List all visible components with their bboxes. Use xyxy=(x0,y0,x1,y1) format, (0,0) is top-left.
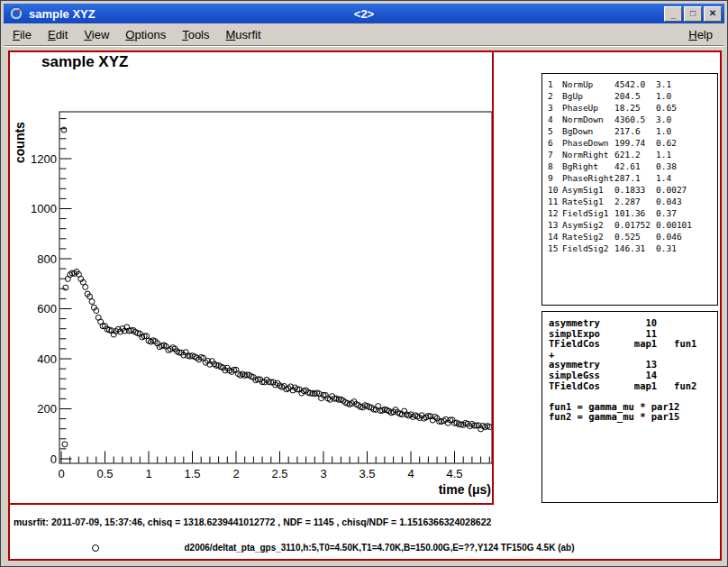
theory-box: asymmetry 10 simplExpo 11 TFieldCos map1… xyxy=(541,311,718,503)
svg-text:0: 0 xyxy=(58,467,64,480)
svg-text:3: 3 xyxy=(320,467,326,480)
pad-highlight-border-right xyxy=(492,52,494,505)
menubar-separator xyxy=(5,45,723,47)
parameter-row: 3PhaseUp18.250.65 xyxy=(548,102,717,114)
parameter-list: 1NormUp4542.03.12BgUp204.51.03PhaseUp18.… xyxy=(541,73,718,306)
svg-text:1000: 1000 xyxy=(31,202,57,215)
window-title: sample XYZ xyxy=(29,7,96,21)
theory-text: asymmetry 10 simplExpo 11 TFieldCos map1… xyxy=(542,312,717,423)
parameter-row: 15FieldSig2146.310.31 xyxy=(548,242,717,254)
parameter-row: 5BgDown217.61.0 xyxy=(548,125,717,137)
menu-item-file[interactable]: File xyxy=(5,25,40,44)
plot-frame xyxy=(59,112,492,463)
parameter-row: 10AsymSig10.18330.0027 xyxy=(548,184,717,196)
svg-text:4: 4 xyxy=(407,467,414,480)
svg-text:2.5: 2.5 xyxy=(271,467,287,480)
axis-labels: 00.511.522.533.544.502004006008001000120… xyxy=(13,122,491,497)
titlebar[interactable]: sample XYZ <2> _ □ ✕ xyxy=(4,4,724,23)
window-center-title: <2> xyxy=(354,7,374,21)
svg-text:0.5: 0.5 xyxy=(96,467,113,480)
parameter-row: 13AsymSig20.017520.00101 xyxy=(548,219,717,231)
fit-status-text: musrfit: 2011-07-09, 15:37:46, chisq = 1… xyxy=(14,517,491,527)
pad-highlight-border-bottom xyxy=(10,503,494,505)
svg-text:200: 200 xyxy=(37,402,57,416)
svg-text:2: 2 xyxy=(232,467,239,480)
parameter-row: 11RateSig12.2870.043 xyxy=(548,196,717,207)
svg-text:0: 0 xyxy=(50,453,57,466)
menu-item-tools[interactable]: Tools xyxy=(174,25,217,44)
parameter-row: 4NormDown4360.53.0 xyxy=(548,114,717,125)
minimize-button[interactable]: _ xyxy=(664,6,682,22)
menubar: FileEditViewOptionsToolsMusrfit Help xyxy=(5,24,723,44)
parameter-row: 12FieldSig1101.360.37 xyxy=(548,207,717,219)
parameter-row: 14RateSig20.5250.046 xyxy=(548,231,717,242)
svg-text:600: 600 xyxy=(37,302,57,316)
svg-text:400: 400 xyxy=(37,352,57,366)
menu-item-view[interactable]: View xyxy=(76,25,117,44)
y-axis-title: counts xyxy=(13,122,27,163)
svg-text:1.5: 1.5 xyxy=(184,467,200,480)
run-legend-text: d2006/deltat_pta_gps_3110,h:5,T0=4.50K,T… xyxy=(82,543,677,553)
parameter-row: 7NormRight621.21.1 xyxy=(548,149,717,160)
svg-text:800: 800 xyxy=(37,252,57,266)
svg-text:1: 1 xyxy=(145,467,151,480)
svg-text:1200: 1200 xyxy=(31,152,57,166)
scatter-plot[interactable]: 00.511.522.533.544.502004006008001000120… xyxy=(10,52,496,508)
parameter-row: 9PhaseRight287.11.4 xyxy=(548,172,717,184)
menu-item-help[interactable]: Help xyxy=(678,25,723,44)
maximize-button[interactable]: □ xyxy=(684,6,702,22)
parameter-row: 2BgUp204.51.0 xyxy=(548,90,717,102)
axis-ticks xyxy=(60,119,490,463)
parameter-row: 8BgRight42.610.38 xyxy=(548,160,717,172)
svg-text:3.5: 3.5 xyxy=(359,467,375,480)
root-canvas[interactable]: sample XYZ 00.511.522.533.544.5020040060… xyxy=(8,50,722,561)
svg-text:4.5: 4.5 xyxy=(446,467,462,480)
x-axis-title: time (μs) xyxy=(439,482,491,497)
parameter-row: 6PhaseDown199.740.62 xyxy=(548,137,717,149)
close-button[interactable]: ✕ xyxy=(704,6,722,22)
menu-item-musrfit[interactable]: Musrfit xyxy=(218,25,269,44)
app-icon xyxy=(9,6,23,21)
scatter-points xyxy=(61,127,492,447)
menubar-items: FileEditViewOptionsToolsMusrfit xyxy=(5,25,269,44)
app-window: sample XYZ <2> _ □ ✕ FileEditViewOptions… xyxy=(0,0,728,567)
parameter-row: 1NormUp4542.03.1 xyxy=(548,78,717,90)
plot-pad[interactable]: 00.511.522.533.544.502004006008001000120… xyxy=(10,52,494,505)
menu-item-options[interactable]: Options xyxy=(117,25,174,44)
menu-item-edit[interactable]: Edit xyxy=(40,25,76,44)
